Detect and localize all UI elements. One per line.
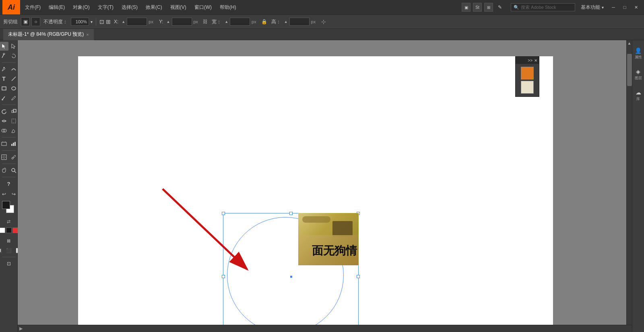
color-swatch-orange[interactable]: [521, 67, 534, 80]
menu-type[interactable]: 文字(T): [95, 0, 117, 14]
opacity-input[interactable]: [71, 18, 89, 26]
fill-color-box[interactable]: [2, 201, 10, 209]
tab-close-button[interactable]: ×: [86, 32, 89, 37]
tab-document[interactable]: 未标题-1* @ 84% (RGB/GPU 预览) ×: [3, 29, 94, 40]
color-red[interactable]: [12, 227, 18, 233]
type-tool[interactable]: T: [0, 74, 8, 83]
swap-fill-stroke[interactable]: ⇄: [4, 217, 13, 226]
float-panel-close[interactable]: ✕: [534, 58, 537, 63]
h-spinup[interactable]: ▲: [284, 20, 288, 24]
h-input[interactable]: 316: [289, 18, 310, 26]
handle-top-mid[interactable]: [289, 212, 293, 215]
w-input[interactable]: 337: [230, 18, 250, 26]
title-bar-right: ▣ St ⊞ ✎ 🔍 搜索 Adobe Stock 基本功能 ▾ ─ □ ✕: [462, 2, 644, 12]
shape-builder-tool[interactable]: [0, 126, 8, 135]
x-spinup[interactable]: ▲: [122, 20, 125, 24]
pen-tool[interactable]: [0, 65, 8, 74]
view-mode-normal[interactable]: ⊠: [4, 236, 13, 245]
rectangle-tool[interactable]: [0, 84, 8, 93]
y-input[interactable]: 463: [172, 18, 192, 26]
x-input[interactable]: 530.5: [127, 18, 147, 26]
tool-row-brush: [0, 94, 18, 102]
link-icon[interactable]: ⛓: [203, 19, 208, 25]
float-panel-collapse[interactable]: >>: [528, 58, 533, 63]
magic-wand-tool[interactable]: [0, 51, 8, 60]
menu-select[interactable]: 选择(S): [118, 0, 141, 14]
maximize-button[interactable]: □: [620, 2, 630, 12]
transform-icon[interactable]: ⊡: [99, 18, 104, 25]
screen-mode-normal[interactable]: 🔲: [0, 246, 4, 255]
scale-tool[interactable]: [9, 107, 18, 116]
free-transform-tool[interactable]: [9, 117, 18, 125]
title-bar: Ai 文件(F) 编辑(E) 对象(O) 文字(T) 选择(S) 效果(C) 视…: [0, 0, 644, 14]
svg-point-24: [12, 158, 13, 159]
minimize-button[interactable]: ─: [609, 2, 618, 12]
tool-sep-7: [2, 257, 16, 257]
w-label: 宽：: [210, 18, 223, 25]
color-swatch-beige[interactable]: [521, 81, 534, 94]
eyedropper-tool[interactable]: [9, 153, 18, 162]
toolbar-icon-3[interactable]: ⊞: [484, 3, 493, 12]
menu-object[interactable]: 对象(O): [70, 0, 93, 14]
toolbar-icon-circle[interactable]: ○: [31, 17, 40, 26]
undo-btn[interactable]: ↩: [0, 190, 8, 199]
handle-mid-right[interactable]: [357, 275, 360, 278]
tool-row-rotate: [0, 107, 18, 116]
w-unit: px: [252, 19, 256, 24]
menu-edit[interactable]: 编辑(E): [45, 0, 68, 14]
scroll-up-btn[interactable]: ▲: [627, 40, 632, 46]
sidebar-layers[interactable]: ◈ 图层: [633, 64, 644, 84]
opacity-dropdown-icon[interactable]: ▾: [91, 20, 93, 24]
width-tool[interactable]: [0, 117, 8, 125]
help-tool[interactable]: ?: [4, 179, 13, 188]
properties-icon: 👤: [635, 47, 642, 54]
svg-rect-15: [2, 142, 6, 146]
line-tool[interactable]: [9, 74, 18, 83]
handle-mid-left[interactable]: [222, 275, 225, 278]
align-icon[interactable]: ⊞: [106, 18, 111, 25]
ellipse-tool[interactable]: [9, 84, 18, 93]
live-paint-tool[interactable]: [9, 126, 18, 135]
slice-tool[interactable]: [0, 153, 8, 162]
toolbar-icon-2[interactable]: St: [473, 3, 482, 12]
rotate-tool[interactable]: [0, 107, 8, 116]
switch-screen[interactable]: ⊡: [4, 259, 13, 268]
hand-tool[interactable]: [0, 166, 8, 175]
h-unit: px: [311, 19, 316, 24]
workspace-dropdown-icon[interactable]: ▾: [602, 5, 604, 10]
paintbrush-tool[interactable]: [0, 94, 8, 102]
tool-sep-1: [2, 62, 16, 63]
sidebar-properties[interactable]: 👤 属性: [633, 43, 644, 64]
menu-view[interactable]: 视图(V): [167, 0, 190, 14]
graph-tool[interactable]: [9, 139, 18, 148]
scroll-thumb[interactable]: [627, 54, 632, 86]
y-spinup[interactable]: ▲: [167, 20, 170, 24]
direct-selection-tool[interactable]: [9, 42, 18, 51]
lasso-tool[interactable]: [9, 51, 18, 60]
toolbar-icon-4[interactable]: ✎: [495, 3, 504, 12]
menu-help[interactable]: 帮助(H): [217, 0, 239, 14]
color-black[interactable]: [6, 227, 12, 233]
screen-mode-full[interactable]: ⬛: [4, 246, 13, 255]
tool-row-width: [0, 117, 18, 125]
close-button[interactable]: ✕: [631, 2, 641, 12]
toolbar-icon-select[interactable]: ▣: [21, 17, 30, 26]
scale-lock-icon[interactable]: 🔒: [261, 19, 267, 25]
menu-effect[interactable]: 效果(C): [142, 0, 165, 14]
sidebar-library[interactable]: ☁ 库: [633, 85, 644, 105]
selection-tool[interactable]: [0, 42, 8, 51]
color-none[interactable]: [0, 227, 5, 233]
handle-top-left[interactable]: [222, 212, 225, 215]
menu-file[interactable]: 文件(F): [22, 0, 44, 14]
curvature-tool[interactable]: [9, 65, 18, 74]
toolbar-icon-1[interactable]: ▣: [462, 3, 471, 12]
zoom-tool[interactable]: [9, 166, 18, 175]
v-scrollbar[interactable]: ▲ ▼: [626, 40, 632, 332]
art-group[interactable]: 面无狗情: [223, 213, 359, 332]
menu-window[interactable]: 窗口(W): [191, 0, 215, 14]
w-spinup[interactable]: ▲: [225, 20, 228, 24]
redo-btn[interactable]: ↪: [9, 190, 18, 199]
pencil-tool[interactable]: [9, 94, 18, 102]
artboard-tool[interactable]: [0, 139, 8, 148]
transform-options-icon[interactable]: ⊹: [321, 18, 326, 25]
